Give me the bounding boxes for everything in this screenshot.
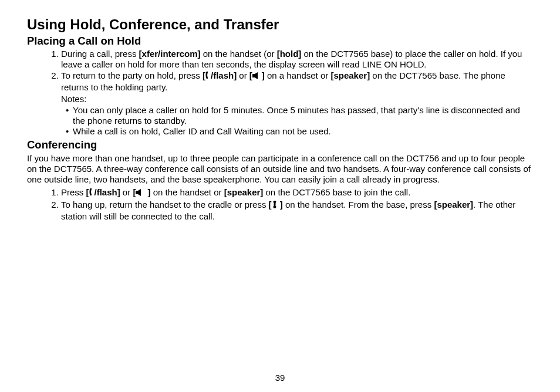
list-item: To return to the party on hold, press [/… bbox=[61, 70, 533, 136]
text: While a call is on hold, Caller ID and C… bbox=[73, 126, 331, 136]
text: on the handset (or bbox=[201, 49, 277, 59]
text: on a handset or bbox=[265, 70, 331, 80]
key-speaker: [speaker] bbox=[224, 187, 264, 197]
text: on the DCT7565 base to join the call. bbox=[263, 187, 410, 197]
bracket-close: ] bbox=[278, 200, 283, 209]
subsection-placing-hold: Placing a Call on Hold bbox=[27, 35, 533, 48]
section-title: Using Hold, Conference, and Transfer bbox=[27, 16, 533, 33]
conferencing-steps: Press [/flash] or [ ] on the handset or … bbox=[27, 187, 533, 222]
text: on the handset or bbox=[151, 187, 224, 197]
notes-label: Notes: bbox=[61, 94, 533, 104]
list-item: Press [/flash] or [ ] on the handset or … bbox=[61, 187, 533, 199]
text: or bbox=[237, 70, 249, 80]
speaker-icon bbox=[252, 72, 262, 82]
text-italic: . bbox=[424, 59, 427, 69]
key-flash: /flash] bbox=[95, 187, 120, 197]
key-speaker: [speaker] bbox=[330, 70, 370, 80]
key-speaker: [speaker] bbox=[434, 200, 473, 209]
speaker-icon bbox=[136, 188, 145, 199]
list-item: During a call, press [xfer/intercom] on … bbox=[61, 49, 533, 69]
key-flash: /flash] bbox=[211, 70, 237, 80]
text: or bbox=[120, 187, 133, 197]
key-xfer-intercom: [xfer/intercom] bbox=[139, 49, 201, 59]
text: To return to the party on hold, press bbox=[61, 70, 203, 80]
svg-rect-1 bbox=[136, 191, 138, 194]
text: You can only place a caller on hold for … bbox=[73, 105, 520, 126]
list-item: You can only place a caller on hold for … bbox=[73, 105, 533, 126]
notes-list: You can only place a caller on hold for … bbox=[61, 105, 533, 136]
document-page: Using Hold, Conference, and Transfer Pla… bbox=[0, 0, 560, 392]
text: To hang up, return the handset to the cr… bbox=[61, 200, 269, 209]
text: on the handset. From the base, press bbox=[283, 200, 434, 209]
phone-icon bbox=[89, 188, 95, 199]
text: Press bbox=[61, 187, 86, 197]
list-item: To hang up, return the handset to the cr… bbox=[61, 200, 533, 221]
phone-icon bbox=[205, 71, 211, 82]
list-item: While a call is on hold, Caller ID and C… bbox=[73, 126, 533, 137]
key-hold: [hold] bbox=[277, 49, 302, 59]
end-call-icon bbox=[272, 200, 278, 211]
paragraph: If you have more than one handset, up to… bbox=[27, 153, 533, 185]
subsection-conferencing: Conferencing bbox=[27, 138, 533, 151]
page-number: 39 bbox=[0, 373, 560, 383]
bracket-close: ] bbox=[145, 187, 150, 197]
svg-rect-0 bbox=[252, 74, 255, 77]
placing-hold-steps: During a call, press [xfer/intercom] on … bbox=[27, 49, 533, 137]
text: During a call, press bbox=[61, 49, 139, 59]
